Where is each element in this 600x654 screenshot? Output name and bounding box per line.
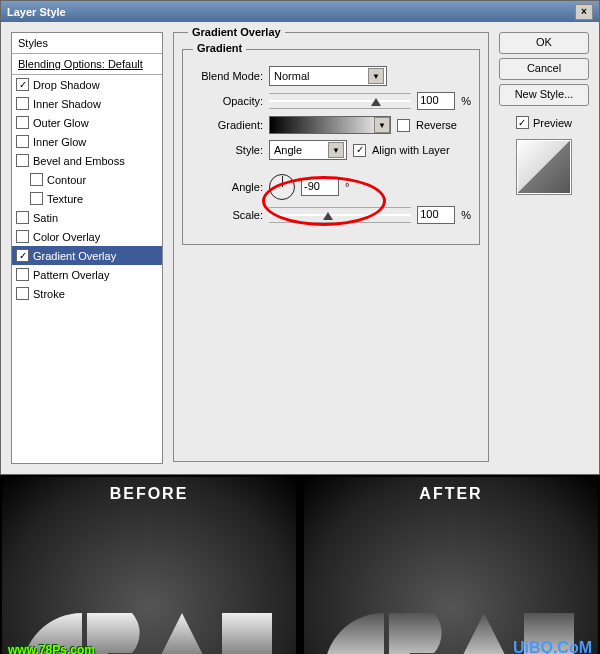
checkbox-icon[interactable] — [30, 192, 43, 205]
chevron-down-icon: ▼ — [374, 117, 390, 133]
style-drop-shadow[interactable]: Drop Shadow — [12, 75, 162, 94]
text-art-icon — [314, 543, 598, 654]
watermark-left: www.78Ps.com — [8, 643, 95, 654]
style-pattern-overlay[interactable]: Pattern Overlay — [12, 265, 162, 284]
dialog-title: Layer Style — [7, 6, 66, 18]
new-style-button[interactable]: New Style... — [499, 84, 589, 106]
scale-unit: % — [461, 209, 471, 221]
checkbox-icon[interactable] — [16, 135, 29, 148]
style-contour[interactable]: Contour — [12, 170, 162, 189]
checkbox-icon[interactable] — [16, 154, 29, 167]
gradient-fieldset: Gradient Blend Mode: Normal▼ Opacity: 10… — [182, 49, 480, 245]
after-pane: AFTER UiBQ.CoM — [304, 477, 598, 654]
reverse-checkbox[interactable] — [397, 119, 410, 132]
preview-thumbnail — [516, 139, 572, 195]
checkbox-icon[interactable] — [16, 116, 29, 129]
checkbox-icon[interactable] — [16, 211, 29, 224]
scale-input[interactable]: 100 — [417, 206, 455, 224]
right-panel: OK Cancel New Style... Preview — [499, 32, 589, 464]
after-art — [314, 543, 598, 654]
angle-dial[interactable] — [269, 174, 295, 200]
style-label: Style: — [191, 144, 263, 156]
styles-header[interactable]: Styles — [12, 33, 162, 54]
ok-button[interactable]: OK — [499, 32, 589, 54]
reverse-label: Reverse — [416, 119, 457, 131]
checkbox-icon[interactable] — [30, 173, 43, 186]
opacity-label: Opacity: — [191, 95, 263, 107]
align-label: Align with Layer — [372, 144, 450, 156]
style-gradient-overlay[interactable]: Gradient Overlay — [12, 246, 162, 265]
style-inner-shadow[interactable]: Inner Shadow — [12, 94, 162, 113]
style-bevel-emboss[interactable]: Bevel and Emboss — [12, 151, 162, 170]
after-title: AFTER — [304, 485, 598, 503]
cancel-button[interactable]: Cancel — [499, 58, 589, 80]
opacity-input[interactable]: 100 — [417, 92, 455, 110]
watermark-right: UiBQ.CoM — [513, 639, 592, 654]
layer-style-dialog: Layer Style × Styles Blending Options: D… — [0, 0, 600, 475]
style-color-overlay[interactable]: Color Overlay — [12, 227, 162, 246]
checkbox-icon[interactable] — [16, 249, 29, 262]
align-checkbox[interactable] — [353, 144, 366, 157]
checkbox-icon[interactable] — [16, 268, 29, 281]
fieldset-legend: Gradient — [193, 42, 246, 54]
chevron-down-icon: ▼ — [328, 142, 344, 158]
style-texture[interactable]: Texture — [12, 189, 162, 208]
style-select[interactable]: Angle▼ — [269, 140, 347, 160]
text-art-icon — [12, 543, 296, 654]
close-icon[interactable]: × — [575, 4, 593, 20]
blend-mode-select[interactable]: Normal▼ — [269, 66, 387, 86]
opacity-slider[interactable] — [269, 93, 411, 109]
angle-label: Angle: — [191, 181, 263, 193]
gradient-label: Gradient: — [191, 119, 263, 131]
style-satin[interactable]: Satin — [12, 208, 162, 227]
scale-label: Scale: — [191, 209, 263, 221]
checkbox-icon[interactable] — [16, 287, 29, 300]
section-title: Gradient Overlay — [188, 26, 285, 38]
preview-checkbox[interactable] — [516, 116, 529, 129]
preview-label: Preview — [533, 117, 572, 129]
checkbox-icon[interactable] — [16, 230, 29, 243]
before-pane: BEFORE www.78Ps.com — [2, 477, 296, 654]
blend-mode-label: Blend Mode: — [191, 70, 263, 82]
before-art — [12, 543, 296, 654]
comparison-row: BEFORE www.78Ps.com AFTER UiBQ.CoM — [0, 475, 600, 654]
before-title: BEFORE — [2, 485, 296, 503]
style-outer-glow[interactable]: Outer Glow — [12, 113, 162, 132]
styles-panel: Styles Blending Options: Default Drop Sh… — [11, 32, 163, 464]
chevron-down-icon: ▼ — [368, 68, 384, 84]
titlebar: Layer Style × — [1, 1, 599, 22]
checkbox-icon[interactable] — [16, 78, 29, 91]
settings-panel: Gradient Overlay Gradient Blend Mode: No… — [173, 32, 489, 462]
style-inner-glow[interactable]: Inner Glow — [12, 132, 162, 151]
blending-options[interactable]: Blending Options: Default — [12, 54, 162, 75]
checkbox-icon[interactable] — [16, 97, 29, 110]
angle-input[interactable]: -90 — [301, 178, 339, 196]
gradient-picker[interactable]: ▼ — [269, 116, 391, 134]
scale-slider[interactable] — [269, 207, 411, 223]
style-stroke[interactable]: Stroke — [12, 284, 162, 303]
opacity-unit: % — [461, 95, 471, 107]
angle-unit: ° — [345, 181, 349, 193]
